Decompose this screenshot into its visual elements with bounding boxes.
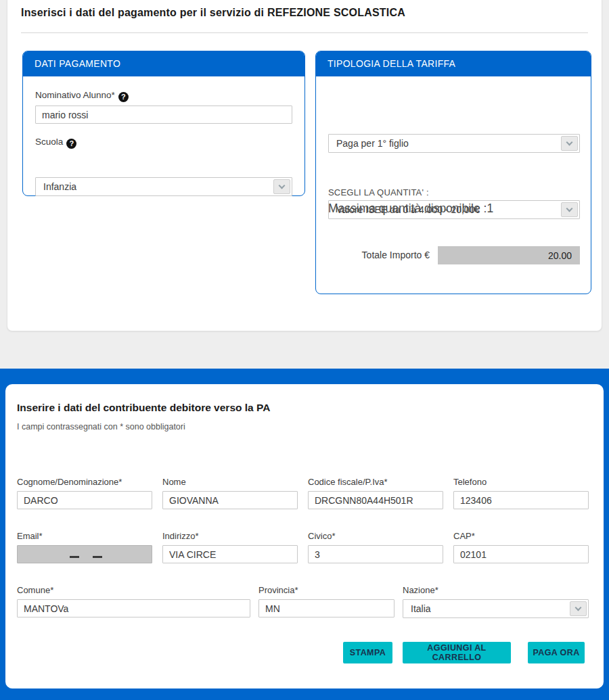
chevron-down-icon: [561, 136, 578, 151]
dati-pagamento-panel: DATI PAGAMENTO Nominativo Alunno*? Scuol…: [22, 51, 305, 196]
paga-ora-button[interactable]: PAGA ORA: [528, 642, 585, 663]
chevron-down-icon: [561, 202, 578, 217]
dati-pagamento-header: DATI PAGAMENTO: [23, 51, 304, 76]
required-fields-note: I campi contrassegnati con * sono obblig…: [17, 422, 185, 431]
email-redaction-mark: [93, 556, 102, 558]
tipologia-tariffa-header: TIPOLOGIA DELLA TARIFFA: [316, 51, 591, 76]
massima-quantita-text: Massima quantità disponibile :1: [328, 202, 493, 216]
help-icon[interactable]: ?: [118, 92, 129, 102]
scuola-select[interactable]: Infanzia: [35, 177, 292, 196]
provincia-label: Provincia*: [258, 585, 394, 595]
email-redaction-mark: [70, 556, 79, 558]
contribuente-section: Inserire i dati del contribuente debitor…: [0, 369, 609, 700]
nazione-select-value: Italia: [411, 603, 431, 614]
telefono-label: Telefono: [453, 477, 589, 487]
civico-label: Civico*: [308, 531, 443, 541]
chevron-down-icon: [570, 601, 587, 616]
cognome-label: Cognome/Denominazione*: [17, 477, 152, 487]
nome-input[interactable]: [162, 491, 298, 509]
email-input: [17, 545, 152, 563]
email-label: Email*: [17, 531, 152, 541]
totale-importo-input: [438, 246, 580, 264]
nome-field-group: Nome: [162, 477, 298, 509]
cap-label: CAP*: [453, 531, 589, 541]
codice-fiscale-field-group: Codice fiscale/P.Iva*: [308, 477, 443, 509]
nominativo-alunno-input[interactable]: [35, 106, 292, 124]
scuola-select-value: Infanzia: [43, 181, 76, 192]
civico-field-group: Civico*: [308, 531, 443, 563]
tipologia-tariffa-panel: TIPOLOGIA DELLA TARIFFA Paga per 1° figl…: [315, 51, 591, 294]
cap-input[interactable]: [453, 545, 589, 563]
stampa-button[interactable]: STAMPA: [343, 642, 392, 663]
codice-fiscale-label: Codice fiscale/P.Iva*: [308, 477, 443, 487]
contribuente-card: Inserire i dati del contribuente debitor…: [5, 384, 604, 689]
comune-input[interactable]: [17, 599, 250, 617]
nazione-label: Nazione*: [403, 585, 589, 595]
nazione-select[interactable]: Italia: [403, 599, 589, 618]
nominativo-alunno-label: Nominativo Alunno*: [35, 90, 115, 100]
nome-label: Nome: [162, 477, 298, 487]
chevron-down-icon: [273, 179, 290, 194]
scegli-quantita-label: SCEGLI LA QUANTITA' :: [328, 187, 429, 197]
nazione-field-group: Nazione* Italia: [403, 585, 589, 618]
help-icon[interactable]: ?: [66, 139, 76, 149]
provincia-input[interactable]: [258, 599, 394, 617]
telefono-input[interactable]: [453, 491, 589, 509]
scuola-label: Scuola: [35, 137, 63, 147]
cognome-input[interactable]: [17, 491, 152, 509]
email-field-group: Email*: [17, 531, 152, 563]
indirizzo-label: Indirizzo*: [162, 531, 298, 541]
aggiungi-al-carrello-button[interactable]: AGGIUNGI AL CARRELLO: [403, 642, 511, 663]
provincia-field-group: Provincia*: [258, 585, 394, 617]
indirizzo-field-group: Indirizzo*: [162, 531, 298, 563]
codice-fiscale-input[interactable]: [308, 491, 443, 509]
figlio-select-value: Paga per 1° figlio: [336, 138, 409, 149]
contribuente-title: Inserire i dati del contribuente debitor…: [17, 402, 270, 414]
comune-label: Comune*: [17, 585, 250, 595]
title-divider: [21, 32, 588, 33]
comune-field-group: Comune*: [17, 585, 250, 617]
totale-importo-label: Totale Importo €: [328, 246, 430, 264]
telefono-field-group: Telefono: [453, 477, 589, 509]
cap-field-group: CAP*: [453, 531, 589, 563]
indirizzo-input[interactable]: [162, 545, 298, 563]
cognome-field-group: Cognome/Denominazione*: [17, 477, 152, 509]
figlio-select[interactable]: Paga per 1° figlio: [328, 134, 580, 153]
civico-input[interactable]: [308, 545, 443, 563]
page-title: Inserisci i dati del pagamento per il se…: [21, 7, 588, 19]
payment-data-card: Inserisci i dati del pagamento per il se…: [7, 0, 602, 331]
